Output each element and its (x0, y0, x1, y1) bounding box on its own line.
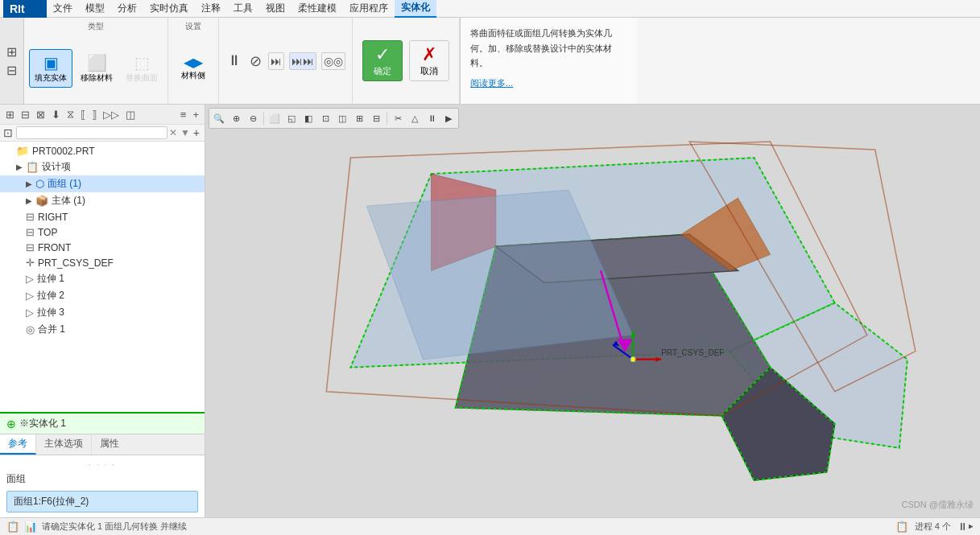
menu-annotation[interactable]: 注释 (195, 0, 227, 17)
tree-body[interactable]: ▶ 📦 主体 (1) (0, 192, 205, 209)
vp-btn10[interactable]: ⏸ (424, 110, 440, 126)
menu-solidify[interactable]: 实体化 (395, 0, 436, 18)
vp-btn3[interactable]: ◧ (300, 110, 316, 126)
filter-dropdown-icon[interactable]: ▼ (179, 127, 192, 138)
csys-icon: ✛ (26, 257, 35, 269)
btn-forward2[interactable]: ⏭⏭ (289, 52, 316, 70)
status-play-icon[interactable]: ⏸▶ (957, 521, 974, 533)
watermark: CSDN @儒雅永绿 (902, 499, 974, 511)
root-icon: 📁 (16, 145, 29, 157)
btn-material-side[interactable]: ◀▶ 材料侧 (173, 51, 213, 84)
tb-icon11[interactable]: + (190, 107, 201, 122)
menu-simulation[interactable]: 实时仿真 (143, 0, 195, 17)
model-svg: PRT_CSYS_DEF (205, 105, 980, 517)
tb-icon2[interactable]: ⊟ (19, 107, 32, 122)
vp-btn8[interactable]: ✂ (390, 110, 406, 126)
model-tree: 📁 PRT0002.PRT ▶ 📋 设计项 ▶ ⬡ 面组 (1) ▶ (0, 142, 205, 412)
vp-btn5[interactable]: ◫ (334, 110, 350, 126)
confirm-label: 确定 (374, 65, 391, 77)
vp-btn6[interactable]: ⊞ (351, 110, 367, 126)
status-icon1[interactable]: 📋 (6, 521, 19, 533)
panel-dots: · · · · (6, 460, 198, 469)
menu-flex-model[interactable]: 柔性建模 (292, 0, 343, 17)
menu-analysis[interactable]: 分析 (111, 0, 143, 17)
tb-icon9[interactable]: ◫ (123, 107, 138, 122)
tb-icon7[interactable]: ⟧ (89, 107, 99, 122)
fill-solid-icon: ▣ (43, 53, 59, 72)
panel-content-label: 面组 (6, 472, 198, 486)
menu-view[interactable]: 视图 (259, 0, 292, 17)
body-expand-icon: ▶ (26, 196, 35, 205)
panel-tabs: 参考 主体选项 属性 (0, 434, 205, 455)
btn-replace-surface[interactable]: ⬚ 替换曲面 (121, 50, 163, 87)
cancel-button[interactable]: ✗ 取消 (409, 40, 449, 81)
tree-top[interactable]: ⊟ TOP (0, 224, 205, 240)
tree-right[interactable]: ⊟ RIGHT (0, 209, 205, 224)
filter-clear-icon[interactable]: ✕ (167, 127, 179, 138)
tree-root[interactable]: 📁 PRT0002.PRT (0, 143, 205, 158)
svg-point-21 (631, 357, 635, 362)
btn-remove-material[interactable]: ⬜ 移除材料 (76, 50, 118, 87)
tb-icon4[interactable]: ⬇ (49, 107, 63, 122)
btn-circles[interactable]: ◎◎ (321, 52, 345, 70)
tree-design-items[interactable]: ▶ 📋 设计项 (0, 158, 205, 175)
viewport-toolbar: 🔍 ⊕ ⊖ ⬜ ◱ ◧ ⊡ ◫ ⊞ ⊟ ✂ △ ⏸ ▶ (209, 108, 459, 129)
tree-merge[interactable]: ◎ 合并 1 (0, 321, 205, 338)
tree-extrude2[interactable]: ▷ 拉伸 2 (0, 287, 205, 304)
cancel-label: 取消 (420, 65, 438, 77)
status-left: 📋 📊 请确定实体化 1 面组几何转换 并继续 (6, 521, 895, 533)
tb-icon5[interactable]: ⧖ (64, 106, 76, 122)
tb-icon10[interactable]: ≡ (178, 107, 189, 122)
vp-btn1[interactable]: ⬜ (267, 110, 283, 126)
help-panel: 将曲面特征或面组几何转换为实体几何。加、移除或替换设计中的实体材料。 阅读更多.… (460, 18, 637, 104)
tree-extrude3[interactable]: ▷ 拉伸 3 (0, 304, 205, 321)
vp-btn4[interactable]: ⊡ (317, 110, 333, 126)
menu-tools[interactable]: 工具 (227, 0, 259, 17)
left-panel: ⊞ ⊟ ⊠ ⬇ ⧖ ⟦ ⟧ ▷▷ ◫ ≡ + ⊡ ✕ ▼ + (0, 105, 205, 517)
confirm-button[interactable]: ✓ 确定 (362, 40, 403, 81)
tb-icon6[interactable]: ⟦ (78, 107, 88, 122)
tab-reference[interactable]: 参考 (0, 434, 36, 455)
body-icon: 📦 (35, 195, 48, 207)
vp-zoom-fit[interactable]: 🔍 (211, 110, 227, 126)
tb-icon1[interactable]: ⊞ (3, 107, 17, 122)
ex1-icon: ▷ (26, 273, 34, 285)
btn-forward1[interactable]: ⏭ (268, 52, 284, 70)
ribbon-side-icon2[interactable]: ⊟ (6, 63, 17, 78)
vp-zoom-in[interactable]: ⊕ (228, 110, 244, 126)
vp-zoom-out[interactable]: ⊖ (245, 110, 261, 126)
tb-icon3[interactable]: ⊠ (34, 107, 48, 122)
menu-applications[interactable]: 应用程序 (343, 0, 395, 17)
filter-add-icon[interactable]: + (192, 126, 201, 139)
vp-btn2[interactable]: ◱ (283, 110, 300, 126)
filter-input[interactable] (16, 126, 167, 139)
tab-body-options[interactable]: 主体选项 (36, 434, 92, 455)
vp-btn7[interactable]: ⊟ (368, 110, 384, 126)
btn-fill-solid[interactable]: ▣ 填充实体 (29, 49, 72, 88)
btn-no-go[interactable]: ⊘ (248, 51, 263, 72)
tab-properties[interactable]: 属性 (92, 434, 127, 455)
menu-model[interactable]: 模型 (79, 0, 111, 17)
menu-file[interactable]: 文件 (47, 0, 79, 17)
face-group-item[interactable]: 面组1:F6(拉伸_2) (6, 491, 198, 512)
csys-label: PRT_CSYS_DEF (38, 257, 114, 269)
tree-extrude1[interactable]: ▷ 拉伸 1 (0, 270, 205, 287)
fill-solid-label: 填充实体 (35, 72, 67, 84)
ribbon-side-icon1[interactable]: ⊞ (6, 44, 17, 60)
merge-label: 合并 1 (38, 323, 65, 336)
tree-csys[interactable]: ✛ PRT_CSYS_DEF (0, 255, 205, 270)
vp-btn9[interactable]: △ (407, 110, 423, 126)
group-settings-title: 设置 (173, 21, 213, 32)
vp-btn11[interactable]: ▶ (440, 110, 457, 126)
active-feature-label: ※实体化 1 (19, 417, 66, 430)
right-label: RIGHT (38, 212, 68, 223)
tree-face-group[interactable]: ▶ ⬡ 面组 (1) (0, 175, 205, 192)
status-icon2[interactable]: 📊 (24, 521, 37, 533)
tree-front[interactable]: ⊟ FRONT (0, 240, 205, 255)
front-label: FRONT (38, 242, 71, 253)
tb-icon8[interactable]: ▷▷ (101, 107, 122, 122)
top-label: TOP (38, 227, 57, 238)
remove-material-icon: ⬜ (87, 53, 107, 72)
help-link[interactable]: 阅读更多... (470, 78, 513, 88)
btn-pause[interactable]: ⏸ (225, 51, 243, 71)
